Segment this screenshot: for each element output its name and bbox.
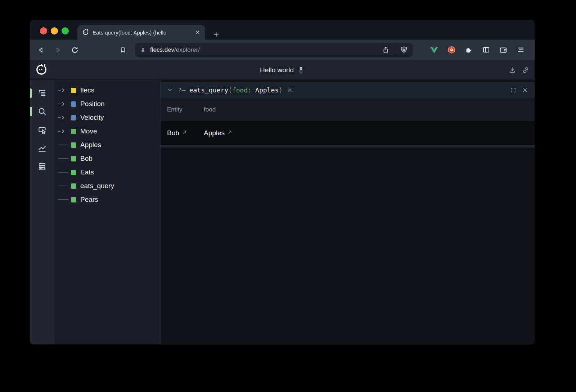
close-icon[interactable] xyxy=(522,87,528,93)
sidebar-item-entity-tree[interactable] xyxy=(30,88,54,99)
tree-item[interactable]: Velocity xyxy=(54,111,160,124)
stats-icon xyxy=(37,161,47,172)
tab-title: Eats query(food: Apples) (hello xyxy=(93,29,194,36)
tree-item-label: Bob xyxy=(80,155,93,163)
tree-item[interactable]: flecs xyxy=(54,83,160,97)
query-remove-icon[interactable] xyxy=(287,87,292,93)
query-header-actions xyxy=(510,87,528,94)
back-button[interactable] xyxy=(35,44,47,56)
tree-item-label: Eats xyxy=(80,168,94,176)
entity-link-arrow-icon[interactable] xyxy=(182,130,187,135)
url-text: flecs.dev/explorer/ xyxy=(150,46,381,54)
search-icon xyxy=(37,106,47,117)
expand-arrow-icon xyxy=(58,88,68,92)
tree-item[interactable]: Apples xyxy=(54,138,160,152)
bookmark-icon[interactable] xyxy=(117,44,129,56)
sidebar-item-charts[interactable] xyxy=(30,143,54,154)
food-cell[interactable]: Apples xyxy=(197,129,232,137)
flecs-favicon-icon xyxy=(82,29,89,36)
query-close-paren: ) xyxy=(279,86,283,94)
tree-connector xyxy=(58,156,68,161)
window-zoom-button[interactable] xyxy=(62,27,69,35)
query-open-paren: ( xyxy=(228,86,232,94)
world-title-group: Hello world xyxy=(260,60,305,80)
chevron-down-icon[interactable] xyxy=(167,87,173,93)
tree-connector xyxy=(58,88,68,92)
extensions-puzzle-icon[interactable] xyxy=(464,45,474,55)
query-panel: ?–eats_query(food:Apples) xyxy=(160,80,535,344)
tree-item[interactable]: Eats xyxy=(54,165,160,179)
flecs-logo-icon[interactable] xyxy=(34,63,48,77)
tree-item[interactable]: eats_query xyxy=(54,179,160,193)
link-icon[interactable] xyxy=(522,66,530,74)
query-panel-empty-area xyxy=(161,147,535,344)
table-row: Bob Apples xyxy=(161,121,535,145)
charts-icon xyxy=(37,143,47,153)
wallet-icon[interactable] xyxy=(498,45,508,55)
tree-item-label: Move xyxy=(80,127,97,135)
tree-item-label: Apples xyxy=(80,141,101,149)
window-close-button[interactable] xyxy=(40,27,47,35)
new-tab-button[interactable] xyxy=(211,29,221,40)
app-header: Hello world xyxy=(30,60,535,80)
query-expression: ?–eats_query(food:Apples) xyxy=(178,86,283,94)
hex-extension-icon[interactable] xyxy=(446,45,456,55)
sidebar-item-inspector[interactable] xyxy=(30,124,54,135)
food-link-arrow-icon[interactable] xyxy=(228,130,232,135)
url-domain: flecs.dev xyxy=(150,46,174,53)
entity-cell[interactable]: Bob xyxy=(161,129,197,137)
entity-color-square xyxy=(71,115,76,120)
remote-connection-icon[interactable] xyxy=(297,66,305,74)
sidebar-item-stats[interactable] xyxy=(30,161,54,172)
leaf-dash-icon xyxy=(58,156,68,161)
window-minimize-button[interactable] xyxy=(51,27,58,35)
inspector-icon xyxy=(37,125,47,135)
share-icon[interactable] xyxy=(381,45,391,55)
vue-devtools-icon[interactable] xyxy=(429,45,439,55)
query-name: eats_query xyxy=(189,86,228,94)
lock-icon xyxy=(140,47,146,53)
tree-item[interactable]: Position xyxy=(54,97,160,111)
entity-color-square xyxy=(71,170,76,175)
tree-connector xyxy=(58,170,68,174)
fullscreen-icon[interactable] xyxy=(510,87,517,94)
tree-item-label: Velocity xyxy=(80,114,104,122)
sidebar-toggle-icon[interactable] xyxy=(481,45,491,55)
entity-color-square xyxy=(71,142,76,148)
download-icon[interactable] xyxy=(508,66,516,74)
expand-arrow-icon xyxy=(58,102,68,106)
leaf-dash-icon xyxy=(58,143,68,147)
result-table-header: Entity food xyxy=(161,98,535,121)
entity-tree-icon xyxy=(37,88,47,98)
tab-close-icon[interactable] xyxy=(194,29,201,36)
entity-color-square xyxy=(71,156,76,161)
tree-connector xyxy=(58,143,68,147)
world-title: Hello world xyxy=(260,66,294,74)
tree-item[interactable]: Move xyxy=(54,124,160,138)
titlebar: Eats query(food: Apples) (hello xyxy=(30,20,535,40)
query-param: food: xyxy=(232,86,252,94)
brave-shield-icon[interactable] xyxy=(400,46,408,54)
food-cell-label: Apples xyxy=(204,129,225,137)
leaf-dash-icon xyxy=(58,184,68,188)
urlbar-divider xyxy=(395,46,395,54)
url-bar[interactable]: flecs.dev/explorer/ xyxy=(135,43,413,57)
tree-item[interactable]: Bob xyxy=(54,152,160,165)
tree-item-label: eats_query xyxy=(80,182,114,190)
reload-button[interactable] xyxy=(69,44,81,56)
tree-connector xyxy=(58,129,68,133)
browser-window: Eats query(food: Apples) (hello xyxy=(30,20,535,345)
tree-item[interactable]: Pears xyxy=(54,193,160,206)
tree-list: flecs Position Velocity xyxy=(54,80,160,344)
menu-icon[interactable] xyxy=(516,45,526,55)
query-arg: Apples xyxy=(255,86,279,94)
expand-arrow-icon xyxy=(58,129,68,133)
sidebar-item-search[interactable] xyxy=(30,106,54,117)
forward-button[interactable] xyxy=(52,44,64,56)
tree-item-label: Pears xyxy=(80,196,98,204)
query-header: ?–eats_query(food:Apples) xyxy=(161,82,535,98)
column-header-food: food xyxy=(197,106,216,113)
column-header-entity: Entity xyxy=(161,106,197,113)
browser-tab[interactable]: Eats query(food: Apples) (hello xyxy=(77,25,205,40)
query-prefix: ?– xyxy=(178,86,186,94)
